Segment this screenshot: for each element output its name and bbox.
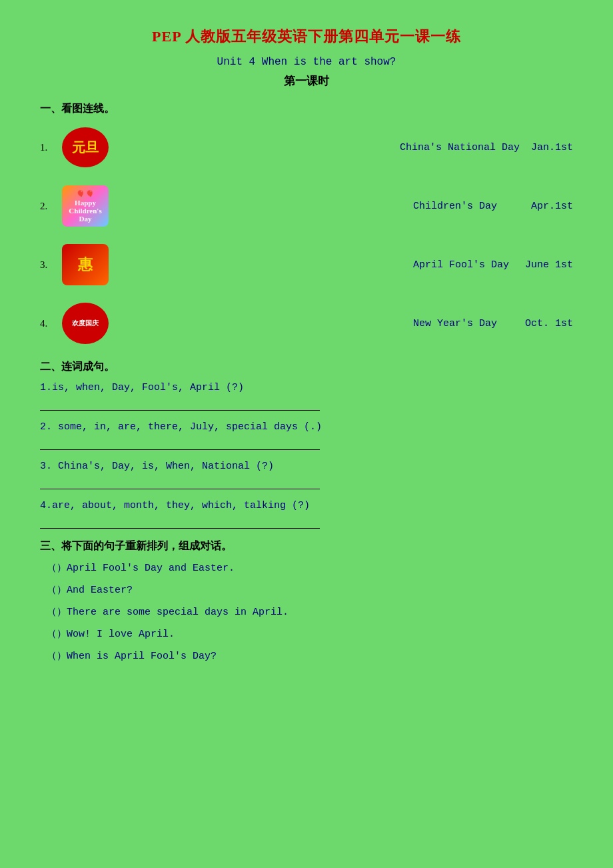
match-day-2: Children's Day (413, 201, 520, 212)
hui-icon: 惠 (62, 244, 109, 285)
answer-line-2 (40, 437, 320, 450)
match-number-4: 4. (40, 318, 59, 329)
part3-header: 三、将下面的句子重新排列，组成对话。 (40, 539, 573, 553)
match-number-1: 1. (40, 142, 59, 153)
answer-line-3 (40, 476, 320, 489)
match-day-1: China's National Day (400, 142, 520, 153)
match-option-2: Children's Day Apr.1st (413, 198, 573, 215)
yuandan-icon: 元旦 (62, 127, 109, 167)
sentence-row-2: 2. some, in, are, there, July, special d… (40, 421, 573, 450)
match-option-1: China's National Day Jan.1st (400, 139, 573, 156)
answer-line-1 (40, 397, 320, 411)
sentence-row-1: 1.is, when, Day, Fool's, April (?) (40, 382, 573, 411)
reorder-item-2: （）And Easter? (40, 583, 573, 596)
match-day-4: New Year's Day (413, 318, 520, 329)
sentence-words-3: 3. China's, Day, is, When, National (?) (40, 461, 573, 472)
match-date-3: June 1st (520, 259, 573, 271)
match-number-2: 2. (40, 201, 59, 212)
sentence-words-1: 1.is, when, Day, Fool's, April (?) (40, 382, 573, 393)
match-row-2: 2. 🎈🎈HappyChildren's Day Children's Day … (40, 183, 573, 229)
section-title: 第一课时 (40, 73, 573, 89)
match-date-2: Apr.1st (520, 201, 573, 212)
match-row-1: 1. 元旦 China's National Day Jan.1st (40, 124, 573, 171)
match-row-3: 3. 惠 April Fool's Day June 1st (40, 241, 573, 288)
match-image-1: 元旦 (59, 124, 112, 171)
reorder-item-3: （）There are some special days in April. (40, 605, 573, 618)
guoqing-icon: 欢度国庆 (62, 303, 109, 344)
match-date-1: Jan.1st (520, 142, 573, 153)
match-day-3: April Fool's Day (413, 259, 520, 271)
match-option-3: April Fool's Day June 1st (413, 257, 573, 273)
sentence-row-4: 4.are, about, month, they, which, talkin… (40, 500, 573, 529)
reorder-section: （）April Fool's Day and Easter. （）And Eas… (40, 561, 573, 662)
sentence-words-4: 4.are, about, month, they, which, talkin… (40, 500, 573, 511)
reorder-item-1: （）April Fool's Day and Easter. (40, 561, 573, 574)
reorder-item-4: （）Wow! I love April. (40, 627, 573, 640)
sentence-words-2: 2. some, in, are, there, July, special d… (40, 421, 573, 433)
reorder-item-5: （）When is April Fool's Day? (40, 649, 573, 662)
sentence-section: 1.is, when, Day, Fool's, April (?) 2. so… (40, 382, 573, 529)
part1-header: 一、看图连线。 (40, 102, 573, 116)
part2-header: 二、连词成句。 (40, 360, 573, 374)
subtitle: Unit 4 When is the art show? (40, 56, 573, 68)
answer-line-4 (40, 515, 320, 529)
match-image-4: 欢度国庆 (59, 300, 112, 347)
match-image-3: 惠 (59, 241, 112, 288)
childrensday-icon: 🎈🎈HappyChildren's Day (62, 185, 109, 227)
page-title: PEP 人教版五年级英语下册第四单元一课一练 (40, 27, 573, 47)
match-section: 1. 元旦 China's National Day Jan.1st 2. 🎈🎈… (40, 124, 573, 347)
match-option-4: New Year's Day Oct. 1st (413, 315, 573, 332)
match-image-2: 🎈🎈HappyChildren's Day (59, 183, 112, 229)
match-row-4: 4. 欢度国庆 New Year's Day Oct. 1st (40, 300, 573, 347)
match-number-3: 3. (40, 259, 59, 271)
match-date-4: Oct. 1st (520, 318, 573, 329)
sentence-row-3: 3. China's, Day, is, When, National (?) (40, 461, 573, 489)
